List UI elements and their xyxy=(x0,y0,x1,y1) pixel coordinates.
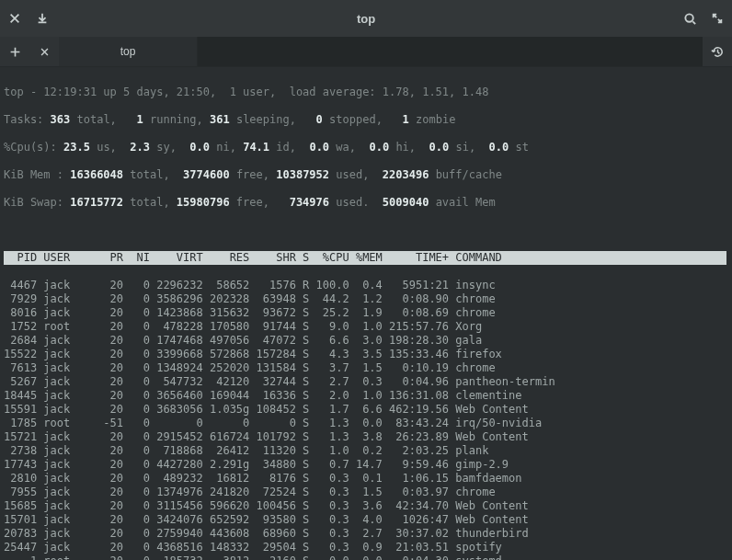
svg-point-0 xyxy=(685,14,692,21)
titlebar: top xyxy=(0,0,732,37)
process-row: 20783 jack 20 0 2759940 443608 68960 S 0… xyxy=(4,527,726,541)
download-icon[interactable] xyxy=(35,11,50,26)
history-icon[interactable] xyxy=(703,37,732,66)
process-row: 1 root 20 0 185732 3812 2160 S 0.0 0.0 0… xyxy=(4,554,726,560)
tab-bar: top xyxy=(0,37,732,67)
process-row: 5267 jack 20 0 547732 42120 32744 S 2.7 … xyxy=(4,375,726,389)
process-row: 7955 jack 20 0 1374976 241820 72524 S 0.… xyxy=(4,486,726,499)
process-row: 15591 jack 20 0 3683056 1.035g 108452 S … xyxy=(4,403,726,417)
close-icon[interactable] xyxy=(7,11,22,26)
process-row: 2738 jack 20 0 718868 26412 11320 S 1.0 … xyxy=(4,444,726,458)
new-tab-button[interactable] xyxy=(0,37,29,66)
process-row: 8016 jack 20 0 1423868 315632 93672 S 25… xyxy=(4,306,726,320)
summary-line-uptime: top - 12:19:31 up 5 days, 21:50, 1 user,… xyxy=(4,86,726,99)
process-row: 15721 jack 20 0 2915452 616724 101792 S … xyxy=(4,430,726,444)
summary-line-mem: KiB Mem : 16366048 total, 3774600 free, … xyxy=(4,168,726,182)
process-row: 18445 jack 20 0 3656460 169044 16336 S 2… xyxy=(4,389,726,403)
process-row: 4467 jack 20 0 2296232 58652 1576 R 100.… xyxy=(4,279,726,292)
process-row: 15701 jack 20 0 3424076 652592 93580 S 0… xyxy=(4,513,726,527)
summary-line-cpu: %Cpu(s): 23.5 us, 2.3 sy, 0.0 ni, 74.1 i… xyxy=(4,141,726,154)
window-title: top xyxy=(50,12,682,26)
process-row: 7929 jack 20 0 3586296 202328 63948 S 44… xyxy=(4,292,726,306)
process-row: 1752 root 20 0 478228 170580 91744 S 9.0… xyxy=(4,320,726,334)
process-row: 2684 jack 20 0 1747468 497056 47072 S 6.… xyxy=(4,334,726,348)
process-row: 25447 jack 20 0 4368516 148332 29504 S 0… xyxy=(4,541,726,554)
search-icon[interactable] xyxy=(682,11,697,26)
maximize-icon[interactable] xyxy=(710,11,725,26)
tab-strip-spacer xyxy=(198,37,703,66)
process-row: 15685 jack 20 0 3115456 596620 100456 S … xyxy=(4,499,726,513)
close-tab-button[interactable] xyxy=(29,37,59,66)
process-table-body: 4467 jack 20 0 2296232 58652 1576 R 100.… xyxy=(4,279,726,560)
tab-top[interactable]: top xyxy=(59,37,198,66)
summary-line-tasks: Tasks: 363 total, 1 running, 361 sleepin… xyxy=(4,113,726,127)
process-row: 1785 root -51 0 0 0 0 S 1.3 0.0 83:43.24… xyxy=(4,417,726,430)
process-row: 17743 jack 20 0 4427280 2.291g 34880 S 0… xyxy=(4,458,726,472)
process-row: 2810 jack 20 0 489232 16812 8176 S 0.3 0… xyxy=(4,472,726,486)
tab-label: top xyxy=(120,45,136,59)
terminal-output[interactable]: top - 12:19:31 up 5 days, 21:50, 1 user,… xyxy=(0,67,732,560)
terminal-window: top top top - 12:19:31 up 5 days, 21:50,… xyxy=(0,0,732,560)
summary-line-swap: KiB Swap: 16715772 total, 15980796 free,… xyxy=(4,196,726,210)
blank-line xyxy=(4,223,726,237)
process-row: 7613 jack 20 0 1348924 252020 131584 S 3… xyxy=(4,361,726,375)
process-table-header: PID USER PR NI VIRT RES SHR S %CPU %MEM … xyxy=(4,251,726,265)
process-row: 15522 jack 20 0 3399668 572868 157284 S … xyxy=(4,348,726,361)
